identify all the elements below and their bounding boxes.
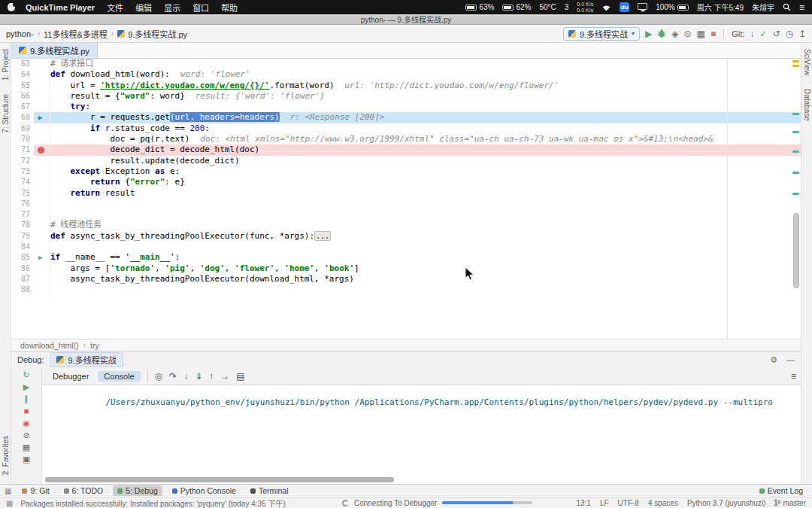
screen-mirroring-icon[interactable] [638, 3, 647, 10]
stop-button[interactable]: ■ [710, 29, 716, 38]
restore-layout-icon[interactable]: ▦ [23, 443, 30, 452]
pause-icon[interactable]: ∥ [24, 394, 29, 403]
stop-icon[interactable]: ■ [24, 406, 29, 415]
console-horizontal-scrollbar[interactable] [45, 477, 394, 482]
analysis-stripe-mark[interactable] [792, 65, 799, 67]
line-number[interactable]: 69 [11, 123, 34, 134]
code-editor[interactable]: 63# 请求接口64def download_html(word):word: … [11, 59, 801, 339]
line-number[interactable]: 70 [11, 134, 34, 144]
git-push-button[interactable]: ↥ [798, 29, 806, 38]
run-configuration-select[interactable]: 9.多线程实战 ▾ [563, 27, 640, 41]
tool-window-button[interactable]: Event Log [755, 485, 807, 496]
run-button[interactable]: ▶ [645, 29, 652, 38]
line-number[interactable]: 74 [11, 177, 34, 187]
code-line[interactable]: 77 [11, 209, 801, 220]
code-line[interactable]: 88 [11, 284, 801, 295]
line-number[interactable]: 77 [11, 209, 34, 220]
breadcrumb-item[interactable]: python- [6, 29, 34, 38]
breadcrumb-item[interactable]: 9.多线程实战.py [117, 28, 187, 40]
tool-window-button[interactable]: 6: TODO [59, 485, 108, 496]
battery-alt2-indicator[interactable]: 62% [502, 3, 531, 11]
notification-center-icon[interactable]: ≡ [799, 3, 804, 12]
menu-item[interactable]: 窗口 [192, 2, 209, 14]
tool-window-button[interactable]: 2: Favorites [2, 436, 10, 475]
code-line[interactable]: 84 [11, 242, 801, 252]
analysis-stripe-mark[interactable] [792, 172, 799, 174]
analysis-stripe-mark[interactable] [792, 193, 799, 195]
tool-window-button[interactable]: 9: Git [17, 485, 53, 496]
line-number[interactable]: 66 [11, 91, 34, 102]
mute-breakpoints-icon[interactable]: ⊘ [23, 430, 29, 440]
tool-window-button[interactable]: Database [803, 89, 811, 121]
gear-icon[interactable]: ⚙ [770, 355, 777, 365]
battery-main-indicator[interactable]: 100% [656, 3, 689, 11]
resume-icon[interactable]: ▶ [23, 382, 29, 391]
temperature-indicator[interactable]: 50°C [539, 3, 556, 11]
line-number[interactable]: 71 [11, 144, 34, 155]
code-line[interactable]: 64def download_html(word):word: 'flower' [11, 69, 801, 80]
layout-settings-icon[interactable]: ≡ [791, 371, 796, 382]
tool-window-button[interactable]: 1: Project [2, 49, 10, 81]
code-line[interactable]: 66 result = {"word": word}result: {'word… [11, 91, 801, 102]
breakpoint-icon[interactable] [38, 147, 44, 154]
line-number[interactable]: 75 [11, 188, 34, 199]
network-speed-indicator[interactable]: 0.0 K/s0.0 K/s [577, 2, 593, 14]
step-over-icon[interactable]: ↷ [169, 372, 177, 381]
line-number[interactable]: 68 [11, 112, 34, 123]
code-line[interactable]: 85▶if __name__ == '__main__': [11, 252, 801, 263]
code-line[interactable]: 68▶ r = requests.get(url, headers=header… [11, 112, 801, 123]
line-number[interactable]: 64 [11, 69, 34, 80]
run-to-cursor-icon[interactable]: → [220, 372, 229, 381]
line-number[interactable]: 67 [11, 102, 34, 112]
run-with-coverage-button[interactable]: ◈ [671, 29, 678, 38]
line-number[interactable]: 88 [11, 284, 34, 295]
editor-scrollbar[interactable] [793, 213, 799, 288]
tool-window-button[interactable]: Python Console [168, 485, 241, 496]
debug-session-tab[interactable]: 9.多线程实战 [50, 352, 123, 367]
step-out-icon[interactable]: ↑ [209, 372, 214, 381]
line-number[interactable]: 65 [11, 81, 34, 91]
minimize-icon[interactable]: — [786, 355, 795, 365]
tool-window-button[interactable]: SciView [803, 49, 811, 75]
line-number[interactable]: 87 [11, 274, 34, 284]
line-number[interactable]: 85 [11, 252, 34, 263]
code-line[interactable]: 70 doc = pq(r.text)doc: <html xmlns="htt… [11, 134, 801, 144]
code-line[interactable]: 78# 线程池任务 [11, 220, 801, 230]
code-line[interactable]: 87 async_task_by_threadingPoolExecutor(d… [11, 274, 801, 284]
view-breakpoints-icon[interactable]: ◉ [23, 418, 30, 427]
code-line[interactable]: 86 args = ['tornado', 'pig', 'dog', 'flo… [11, 263, 801, 274]
breadcrumb-item[interactable]: download_html() [20, 341, 79, 350]
menu-item[interactable]: 文件 [107, 2, 123, 14]
show-execution-point-icon[interactable]: ◎ [155, 372, 162, 381]
pin-icon[interactable]: ▣ [23, 455, 30, 464]
git-branch-widget[interactable]: master [774, 499, 806, 507]
analysis-stripe-mark[interactable] [792, 60, 799, 62]
editor-tab[interactable]: 9.多线程实战.py [11, 43, 98, 58]
grid-icon[interactable]: ▦ [6, 499, 13, 507]
menubar-clock[interactable]: 周六 下午5:49 [697, 2, 744, 13]
menubar-app-name[interactable]: QuickTime Player [26, 3, 95, 12]
debug-button[interactable] [657, 29, 666, 38]
code-line[interactable]: 69 if r.status_code == 200: [11, 123, 801, 134]
line-number[interactable]: 79 [11, 231, 34, 242]
git-commit-button[interactable]: ✓ [759, 29, 767, 38]
wifi-icon[interactable] [601, 4, 611, 11]
analysis-stripe-mark[interactable] [792, 131, 799, 133]
analysis-stripe-mark[interactable] [792, 151, 799, 153]
spotlight-search-icon[interactable] [783, 3, 791, 11]
menu-item[interactable]: 显示 [164, 2, 180, 14]
window-titlebar[interactable]: python- — 9.多线程实战.py [0, 14, 812, 25]
git-history-button[interactable]: ◷ [785, 29, 792, 38]
code-line[interactable]: 75 return result [11, 188, 801, 199]
profiler-button[interactable]: ⊙ [684, 29, 692, 38]
code-line[interactable]: 72 result.update(decode_dict) [11, 156, 801, 166]
tool-window-button[interactable]: 5: Debug [113, 485, 162, 496]
force-step-into-icon[interactable]: ⇓ [195, 372, 202, 381]
line-number[interactable]: 76 [11, 199, 34, 209]
debug-tab-debugger[interactable]: Debugger [47, 371, 95, 382]
code-line[interactable]: 74 return {"error": e} [11, 177, 801, 187]
step-into-icon[interactable]: ↓ [183, 372, 188, 381]
battery-alt-indicator[interactable]: 63% [465, 3, 494, 11]
line-number[interactable]: 73 [11, 166, 34, 177]
menu-item[interactable]: 编辑 [135, 2, 152, 14]
